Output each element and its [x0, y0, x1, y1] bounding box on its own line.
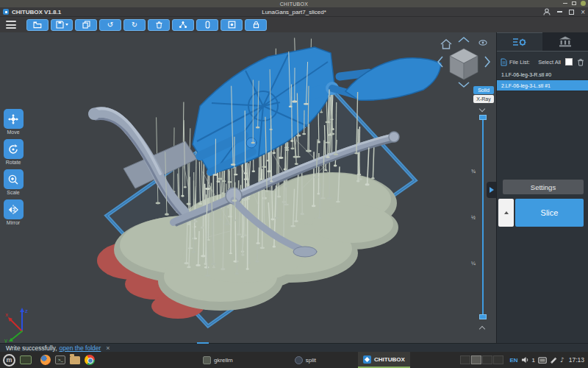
- wm-minimize-icon[interactable]: [563, 3, 567, 4]
- xray-view-button[interactable]: X-Ray: [473, 95, 494, 103]
- task-label: CHITUBOX: [374, 356, 405, 363]
- files-launcher-icon[interactable]: [70, 356, 80, 364]
- task-split[interactable]: split: [290, 352, 321, 368]
- window-minimize-icon[interactable]: [557, 11, 562, 13]
- document-icon: [501, 58, 507, 66]
- axis-y-label: y: [4, 337, 7, 343]
- wm-restore-icon[interactable]: [572, 1, 576, 5]
- wm-close-icon[interactable]: [581, 1, 586, 6]
- lock-icon: [252, 21, 260, 29]
- file-name: 1.LF-06-leg-3-R.stl #0: [501, 72, 551, 77]
- volume-icon[interactable]: [521, 356, 529, 364]
- mirror-button[interactable]: [4, 199, 24, 219]
- workspace-2-active[interactable]: [471, 355, 481, 364]
- task-gkrellm[interactable]: gkrellm: [198, 352, 238, 368]
- pen-icon[interactable]: [550, 356, 557, 364]
- dig-hole-button[interactable]: [220, 19, 243, 31]
- open-folder-link[interactable]: open the folder: [60, 344, 101, 352]
- status-bar: Write successfully, open the folder ×: [0, 343, 588, 352]
- dig-hole-icon: [228, 21, 236, 29]
- select-all-checkbox[interactable]: [565, 58, 573, 66]
- delete-files-icon[interactable]: [577, 58, 584, 66]
- solid-view-button[interactable]: Solid: [473, 86, 494, 94]
- 3d-scene: z x y: [0, 32, 496, 343]
- axis-z-label: z: [25, 308, 28, 314]
- rotate-icon: [7, 144, 19, 155]
- keyboard-layout-indicator[interactable]: EN: [509, 357, 517, 364]
- rotate-button[interactable]: [4, 139, 24, 159]
- file-list-label: File List:: [509, 59, 530, 66]
- capsule-icon: [204, 21, 212, 29]
- task-chitubox-active[interactable]: CHITUBOX: [358, 352, 410, 368]
- terminal-launcher-icon[interactable]: >_: [55, 355, 65, 364]
- home-view-icon: [441, 40, 451, 49]
- task-label: gkrellm: [214, 357, 233, 364]
- rotate-down-icon: [459, 82, 469, 87]
- slider-mark-three-quarters: ¾: [471, 169, 476, 174]
- slider-step-down-icon[interactable]: [479, 106, 485, 112]
- wm-titlebar: CHITUBOX: [0, 0, 588, 7]
- scale-label: Scale: [7, 190, 20, 195]
- save-dropdown-caret-icon[interactable]: [65, 24, 68, 26]
- media-note-icon[interactable]: ♪: [560, 356, 564, 364]
- tab-file-settings[interactable]: [497, 32, 542, 51]
- redo-button[interactable]: ↻: [123, 19, 146, 31]
- slider-mark-half: ½: [471, 215, 476, 220]
- auto-arrange-button[interactable]: [172, 19, 194, 31]
- file-row-1[interactable]: 2.LF-06-leg-3-L.stl #1: [497, 80, 588, 91]
- hollow-button[interactable]: [196, 19, 218, 31]
- scale-icon: [7, 174, 19, 185]
- file-row-0[interactable]: 1.LF-06-leg-3-R.stl #0: [497, 69, 588, 80]
- show-desktop-button[interactable]: [20, 355, 32, 364]
- delete-button[interactable]: [148, 19, 170, 31]
- slice-button[interactable]: Slice: [515, 199, 584, 227]
- copy-button[interactable]: [75, 19, 97, 31]
- move-icon: [7, 113, 19, 125]
- workspace-1[interactable]: [460, 355, 470, 364]
- window-maximize-icon[interactable]: [569, 10, 574, 15]
- list-settings-icon: [512, 37, 527, 48]
- slider-step-up-icon[interactable]: [479, 326, 485, 332]
- chrome-launcher-icon[interactable]: [85, 355, 95, 365]
- window-close-icon[interactable]: ×: [581, 10, 585, 15]
- copy-icon: [82, 21, 90, 29]
- file-name: 2.LF-06-leg-3-L.stl #1: [501, 83, 551, 88]
- status-message: Write successfully,: [6, 344, 57, 352]
- transform-toolbar: Move Rotate: [1, 109, 25, 225]
- wm-title: CHITUBOX: [280, 1, 309, 7]
- trash-icon: [155, 21, 163, 29]
- rotate-right-icon: [485, 57, 490, 67]
- taskbar: m >_ gkrellm split CHITUBOX EN 1: [0, 352, 588, 368]
- slider-track[interactable]: [482, 120, 484, 317]
- panel-collapse-button[interactable]: [487, 182, 496, 198]
- settings-button[interactable]: Settings: [503, 180, 584, 194]
- mirror-icon: [7, 204, 19, 216]
- start-menu-button[interactable]: m: [3, 354, 15, 367]
- move-button[interactable]: [4, 109, 24, 129]
- open-file-button[interactable]: [26, 19, 49, 31]
- redo-icon: ↻: [132, 21, 137, 29]
- menu-icon[interactable]: [6, 21, 16, 29]
- museum-icon: [559, 36, 572, 47]
- 3d-viewport[interactable]: z x y Move: [0, 32, 496, 343]
- open-file-icon: [33, 21, 42, 29]
- slice-options-button[interactable]: [498, 199, 514, 227]
- workspace-3[interactable]: [482, 355, 492, 364]
- lock-button[interactable]: [245, 19, 267, 31]
- user-account-icon[interactable]: [543, 8, 551, 15]
- undo-icon: ↺: [107, 21, 113, 29]
- document-title: LunaGans_part7_sliced*: [262, 9, 326, 15]
- status-close-icon[interactable]: ×: [106, 344, 110, 352]
- tab-print-info[interactable]: [542, 32, 588, 51]
- slider-lower-handle[interactable]: [479, 314, 487, 319]
- firefox-launcher-icon[interactable]: [40, 355, 51, 365]
- display-icon[interactable]: [538, 357, 547, 364]
- workspace-4[interactable]: [493, 355, 503, 364]
- clock[interactable]: 17:13: [569, 356, 584, 364]
- scale-button[interactable]: [4, 169, 24, 189]
- save-button[interactable]: [51, 19, 73, 31]
- move-label: Move: [7, 130, 19, 135]
- slider-upper-handle[interactable]: [479, 115, 487, 120]
- workspace-switcher[interactable]: [460, 355, 503, 364]
- undo-button[interactable]: ↺: [99, 19, 121, 31]
